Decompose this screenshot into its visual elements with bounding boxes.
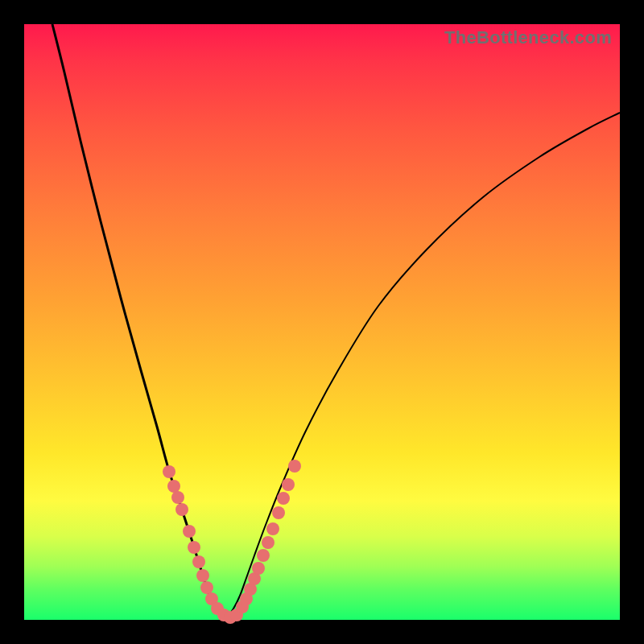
marker-dot [183, 525, 196, 538]
marker-dot [171, 491, 184, 504]
marker-dot [192, 555, 205, 568]
curve-left-branch [52, 24, 227, 617]
curve-right-branch [227, 113, 620, 617]
marker-dot [266, 522, 279, 535]
marker-dot [282, 478, 295, 491]
plot-area: TheBottleneck.com [24, 24, 620, 620]
marker-dot [277, 492, 290, 505]
marker-group [163, 460, 301, 624]
marker-dot [175, 503, 188, 516]
marker-dot [196, 569, 209, 582]
marker-dot [188, 541, 200, 554]
marker-dot [252, 562, 265, 575]
marker-dot [257, 549, 270, 562]
marker-dot [272, 506, 285, 519]
chart-svg [24, 24, 620, 620]
marker-dot [262, 536, 275, 549]
marker-dot [163, 465, 175, 478]
marker-dot [200, 581, 213, 594]
marker-dot [288, 460, 301, 473]
marker-dot [167, 480, 180, 493]
chart-frame: TheBottleneck.com [0, 0, 644, 644]
curve-group [52, 24, 620, 617]
